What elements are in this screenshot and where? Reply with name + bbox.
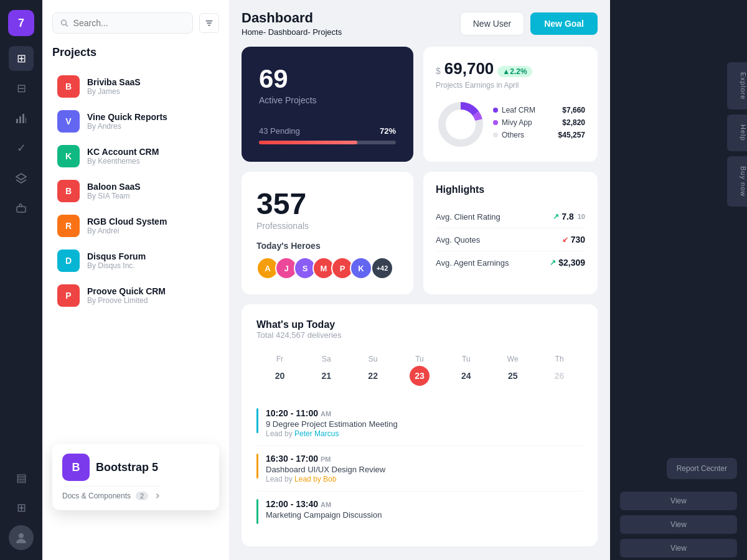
projects-list: B Briviba SaaS By James V Vine Quick Rep… xyxy=(52,69,219,313)
view-button-1[interactable]: View xyxy=(620,492,737,510)
sidebar-item-chart[interactable] xyxy=(9,106,34,131)
legend-name: Mivy App xyxy=(502,118,562,127)
svg-rect-2 xyxy=(22,114,24,123)
event-line xyxy=(256,408,258,433)
earnings-top: $ 69,700 ▲2.2% xyxy=(436,59,585,78)
project-item-briviba[interactable]: B Briviba SaaS By James xyxy=(52,69,219,104)
svg-marker-4 xyxy=(16,174,26,180)
project-name-rgb: RGB Cloud System xyxy=(87,217,167,226)
cal-day-23[interactable]: Tu 23 xyxy=(397,350,443,391)
sidebar-item-briefcase[interactable] xyxy=(9,195,34,220)
project-name-baloon: Baloon SaaS xyxy=(87,182,141,192)
tab-help[interactable]: Help xyxy=(727,114,747,151)
sidebar-item-card[interactable]: ▤ xyxy=(9,465,34,490)
event-item-1: 16:30 - 17:00 PM Dashboard UI/UX Design … xyxy=(256,446,583,492)
earnings-label: Projects Earnings in April xyxy=(436,81,585,90)
event-time: 12:00 - 13:40 AM xyxy=(266,499,382,509)
sidebar-user-avatar[interactable] xyxy=(9,525,34,550)
view-button-3[interactable]: View xyxy=(620,539,737,558)
professionals-number: 357 xyxy=(256,187,398,221)
project-name-briviba: Briviba SaaS xyxy=(87,77,141,87)
legend-dot xyxy=(493,108,498,113)
sidebar-item-check[interactable]: ✓ xyxy=(9,136,34,161)
report-center-button[interactable]: Report Cecnter xyxy=(667,458,737,479)
tab-explore[interactable]: Explore xyxy=(727,62,747,110)
cal-day-num: 23 xyxy=(410,366,430,386)
event-item-0: 10:20 - 11:00 AM 9 Degree Project Estima… xyxy=(256,401,583,446)
cal-day-25[interactable]: We 25 xyxy=(489,350,536,391)
cal-day-24[interactable]: Tu 24 xyxy=(443,350,489,391)
project-item-baloon[interactable]: B Baloon SaaS By SIA Team xyxy=(52,174,219,208)
svg-rect-0 xyxy=(16,119,18,123)
cal-day-22[interactable]: Su 22 xyxy=(350,350,397,391)
project-icon-proove: P xyxy=(57,284,80,307)
donut-chart xyxy=(436,100,486,149)
pending-row: 43 Pending 72% xyxy=(259,126,396,136)
cal-day-21[interactable]: Sa 21 xyxy=(303,350,350,391)
card-earnings: $ 69,700 ▲2.2% Projects Earnings in Apri… xyxy=(423,47,598,162)
sidebar-item-grid[interactable]: ⊟ xyxy=(9,76,34,101)
cal-day-name: Su xyxy=(369,355,378,363)
cal-day-20[interactable]: Fr 20 xyxy=(256,350,303,391)
project-item-kc[interactable]: K KC Account CRM By Keenthemes xyxy=(52,139,219,174)
user-avatar-num[interactable]: 7 xyxy=(8,10,34,36)
legend-name: Others xyxy=(502,131,558,139)
legend-dot xyxy=(493,120,498,125)
highlight-row: Avg. Agent Earnings ↗ $2,309 xyxy=(436,251,585,274)
legend-value: $45,257 xyxy=(558,131,585,139)
card-highlights: Highlights Avg. Client Rating ↗ 7.810 Av… xyxy=(423,172,598,294)
top-actions: New User New Goal xyxy=(460,12,598,35)
heroes-label: Today's Heroes xyxy=(256,241,398,251)
highlight-value: ↗ $2,309 xyxy=(550,258,585,268)
event-lead: Lead by Lead by Bob xyxy=(266,475,385,483)
active-projects-number: 69 xyxy=(259,64,396,94)
bootstrap-icon: B xyxy=(62,454,90,481)
project-item-rgb[interactable]: R RGB Cloud System By Andrei xyxy=(52,208,219,243)
svg-rect-5 xyxy=(17,207,26,212)
project-by-kc: By Keenthemes xyxy=(87,157,159,166)
docs-link[interactable]: Docs & Components 2 xyxy=(62,486,162,500)
event-lead-link[interactable]: Lead by Bob xyxy=(294,475,336,483)
svg-line-8 xyxy=(66,24,68,26)
sidebar-item-apps[interactable]: ⊞ xyxy=(9,495,34,520)
cal-day-26[interactable]: Th 26 xyxy=(536,350,583,391)
search-bar[interactable] xyxy=(52,12,193,34)
project-item-proove[interactable]: P Proove Quick CRM By Proove Limited xyxy=(52,278,219,313)
search-input[interactable] xyxy=(73,18,185,28)
filter-button[interactable] xyxy=(199,13,219,33)
new-goal-button[interactable]: New Goal xyxy=(530,12,598,35)
active-projects-label: Active Projects xyxy=(259,95,396,105)
cards-row-2: 357 Professionals Today's Heroes AJSMPK+… xyxy=(242,172,598,294)
project-item-disqus[interactable]: D Disqus Forum By Disqus Inc. xyxy=(52,243,219,278)
project-item-vine[interactable]: V Vine Quick Reports By Andres xyxy=(52,104,219,139)
cal-day-name: We xyxy=(507,355,519,363)
earnings-dollar: $ xyxy=(436,66,441,76)
cal-day-num: 20 xyxy=(270,366,289,386)
event-lead-link[interactable]: Peter Marcus xyxy=(294,429,339,438)
sidebar-item-layers[interactable] xyxy=(9,166,34,190)
avatar-more: +42 xyxy=(371,257,393,279)
new-user-button[interactable]: New User xyxy=(460,12,524,35)
project-icon-baloon: B xyxy=(57,180,80,202)
cal-day-name: Tu xyxy=(415,355,424,363)
sidebar-icons-panel: 7 ⊞ ⊟ ✓ ▤ ⊞ xyxy=(0,0,42,560)
tab-buy-now[interactable]: Buy now xyxy=(727,156,747,207)
project-by-baloon: By SIA Team xyxy=(87,192,141,200)
legend-item: Leaf CRM $7,660 xyxy=(493,106,585,114)
card-professionals: 357 Professionals Today's Heroes AJSMPK+… xyxy=(242,172,413,294)
cal-events: 10:20 - 11:00 AM 9 Degree Project Estima… xyxy=(256,401,583,531)
progress-bar-fill xyxy=(259,141,357,144)
cal-subtitle: Total 424,567 deliveries xyxy=(256,330,583,340)
arrow-up-icon: ↗ xyxy=(550,258,556,267)
project-icon-rgb: R xyxy=(57,215,80,237)
main-content: Dashboard Home- Dashboard- Projects New … xyxy=(229,0,610,560)
highlight-name: Avg. Quotes xyxy=(436,235,480,245)
event-name: Dashboard UI/UX Design Review xyxy=(266,465,385,474)
sidebar-item-dashboard[interactable]: ⊞ xyxy=(9,46,34,71)
view-button-2[interactable]: View xyxy=(620,515,737,534)
legend-item: Others $45,257 xyxy=(493,131,585,139)
project-name-vine: Vine Quick Reports xyxy=(87,112,167,122)
highlights-title: Highlights xyxy=(436,184,585,195)
event-time: 16:30 - 17:00 PM xyxy=(266,454,385,464)
earnings-body: Leaf CRM $7,660 Mivy App $2,820 Others $… xyxy=(436,100,585,149)
